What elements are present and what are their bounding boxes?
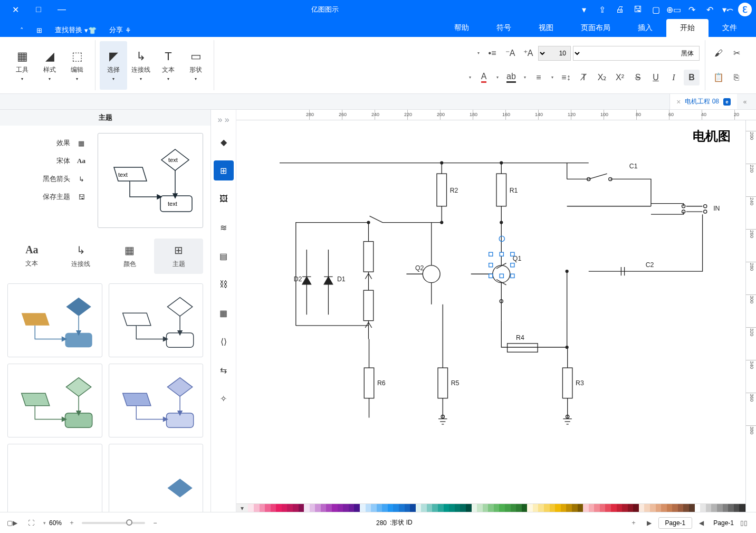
color-swatch[interactable] — [282, 504, 288, 512]
color-swatch[interactable] — [299, 504, 304, 512]
color-swatch[interactable] — [354, 504, 360, 512]
color-swatch[interactable] — [332, 504, 338, 512]
color-swatch[interactable] — [505, 504, 511, 512]
window-restore-icon[interactable]: ▢ — [648, 2, 663, 17]
collapse-palette-icon[interactable]: « « — [217, 113, 229, 127]
decrease-font-icon[interactable]: A⁻ — [502, 45, 518, 61]
tab-file[interactable]: 文件 — [709, 19, 751, 37]
increase-font-icon[interactable]: A⁺ — [520, 45, 536, 61]
fit-page-icon[interactable]: ⛶ — [24, 516, 38, 530]
color-swatch[interactable] — [555, 504, 561, 512]
color-swatch[interactable] — [589, 504, 595, 512]
zoom-out-button[interactable]: − — [148, 516, 162, 530]
color-swatch[interactable] — [566, 504, 572, 512]
prop-effect[interactable]: ▦效果 — [7, 138, 87, 148]
color-swatch[interactable] — [366, 504, 371, 512]
color-swatch[interactable] — [254, 504, 260, 512]
color-swatch[interactable] — [494, 504, 500, 512]
color-swatch[interactable] — [594, 504, 600, 512]
color-swatch[interactable] — [371, 504, 377, 512]
vtool-calc-icon[interactable]: ▦ — [214, 303, 234, 323]
color-swatch[interactable] — [533, 504, 539, 512]
color-swatch[interactable] — [511, 504, 516, 512]
color-swatch[interactable] — [538, 504, 544, 512]
color-swatch[interactable] — [667, 504, 673, 512]
export-icon[interactable]: ⇪ — [595, 2, 609, 17]
color-swatch[interactable] — [656, 504, 662, 512]
color-swatch[interactable] — [438, 504, 444, 512]
color-swatch[interactable] — [310, 504, 315, 512]
color-swatch[interactable] — [449, 504, 455, 512]
color-swatch[interactable] — [522, 504, 528, 512]
color-swatch[interactable] — [678, 504, 684, 512]
color-swatch[interactable] — [605, 504, 611, 512]
theme-card[interactable] — [109, 283, 204, 357]
color-swatch[interactable] — [455, 504, 461, 512]
color-swatch[interactable] — [561, 504, 567, 512]
color-swatch[interactable] — [410, 504, 416, 512]
zoom-in-button[interactable]: ＋ — [65, 516, 79, 530]
font-family-select[interactable]: 黑体 — [573, 46, 700, 61]
select-button[interactable]: ◤选择▾ — [100, 41, 127, 90]
color-swatch[interactable] — [466, 504, 472, 512]
color-swatch[interactable] — [360, 504, 366, 512]
qat-more-icon[interactable]: ▾ — [577, 2, 591, 17]
vtool-image-icon[interactable]: 🖼 — [214, 189, 234, 209]
color-swatch[interactable] — [343, 504, 349, 512]
subtab-connector[interactable]: ↳连接线 — [56, 239, 106, 274]
color-swatch[interactable] — [572, 504, 578, 512]
color-swatch[interactable] — [405, 504, 410, 512]
color-swatch[interactable] — [488, 504, 494, 512]
prev-page-button[interactable]: ◀ — [694, 516, 708, 530]
color-swatch[interactable] — [661, 504, 667, 512]
prop-font[interactable]: Aa宋体 — [7, 156, 87, 166]
prop-save[interactable]: 🖫保存主题 — [7, 192, 87, 202]
color-swatch[interactable] — [321, 504, 327, 512]
vtool-page-icon[interactable]: ▤ — [214, 246, 234, 266]
page-layout-icon[interactable]: ▯▯ — [737, 516, 751, 530]
color-swatch[interactable] — [293, 504, 299, 512]
color-swatch[interactable] — [639, 504, 645, 512]
next-page-button[interactable]: ▶ — [643, 516, 656, 530]
color-swatch[interactable] — [644, 504, 650, 512]
underline-button[interactable]: U — [648, 70, 664, 85]
color-swatch[interactable] — [723, 504, 729, 512]
color-swatch[interactable] — [622, 504, 628, 512]
share-button[interactable]: ⚘分享 — [105, 23, 136, 37]
vtool-layers-icon[interactable]: ≋ — [214, 217, 234, 237]
cut-icon[interactable]: ✂ — [729, 45, 744, 61]
font-size-select[interactable]: 10 — [538, 46, 571, 61]
color-swatch[interactable] — [265, 504, 271, 512]
color-swatch[interactable] — [550, 504, 556, 512]
color-swatch[interactable] — [695, 504, 701, 512]
tab-list-icon[interactable]: » — [737, 94, 753, 109]
theme-card[interactable] — [109, 444, 204, 512]
color-swatch[interactable] — [477, 504, 483, 512]
close-tab-icon[interactable]: × — [676, 98, 681, 106]
tab-help[interactable]: 帮助 — [441, 19, 483, 37]
color-swatch[interactable] — [326, 504, 332, 512]
color-swatch[interactable] — [472, 504, 477, 512]
color-swatch[interactable] — [711, 504, 717, 512]
color-swatch[interactable] — [416, 504, 422, 512]
page-tab[interactable]: Page-1 — [658, 517, 693, 529]
color-swatch[interactable] — [271, 504, 276, 512]
apps-icon[interactable]: ⊞ — [32, 24, 46, 36]
style-button[interactable]: ◢样式▾ — [36, 41, 63, 90]
color-swatch[interactable] — [499, 504, 505, 512]
find-replace-button[interactable]: 👕▾查找替换 — [51, 23, 101, 37]
color-swatch[interactable] — [444, 504, 449, 512]
color-swatch[interactable] — [516, 504, 522, 512]
color-swatch[interactable] — [706, 504, 712, 512]
highlight-icon[interactable]: ab — [503, 70, 519, 85]
color-swatch[interactable] — [338, 504, 343, 512]
tab-symbol[interactable]: 符号 — [483, 19, 525, 37]
presentation-icon[interactable]: ▶▢ — [5, 516, 19, 530]
strike-button[interactable]: S — [630, 70, 646, 85]
color-swatch[interactable] — [349, 504, 355, 512]
color-swatch[interactable] — [377, 504, 382, 512]
subscript-button[interactable]: X₂ — [594, 70, 610, 85]
color-swatch[interactable] — [427, 504, 433, 512]
theme-card[interactable] — [109, 364, 204, 437]
add-page-button[interactable]: ＋ — [627, 516, 640, 530]
